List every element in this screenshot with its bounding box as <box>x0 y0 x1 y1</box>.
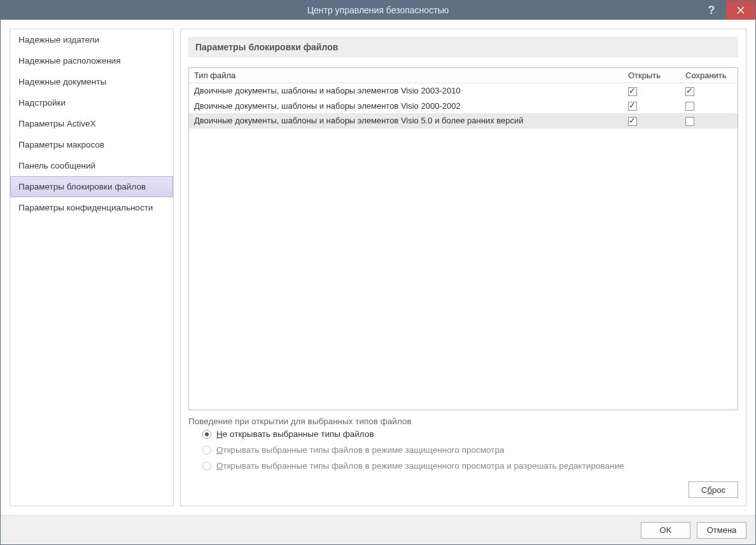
file-type-cell: Двоичные документы, шаблоны и наборы эле… <box>189 99 623 114</box>
dialog-footer: OK Отмена <box>1 515 755 544</box>
table-row[interactable]: Двоичные документы, шаблоны и наборы эле… <box>189 99 738 114</box>
help-button[interactable]: ? <box>697 1 726 20</box>
open-checkbox[interactable] <box>628 117 637 126</box>
panel-heading: Параметры блокировки файлов <box>188 37 738 57</box>
sidebar-item[interactable]: Параметры конфиденциальности <box>10 197 173 218</box>
col-file-type[interactable]: Тип файла <box>189 68 623 83</box>
file-type-cell: Двоичные документы, шаблоны и наборы эле… <box>189 83 623 99</box>
cancel-button[interactable]: Отмена <box>697 522 746 539</box>
table-row[interactable]: Двоичные документы, шаблоны и наборы эле… <box>189 83 738 99</box>
trust-center-dialog: Центр управления безопасностью ? Надежны… <box>0 0 756 545</box>
category-sidebar: Надежные издателиНадежные расположенияНа… <box>10 29 174 506</box>
sidebar-item[interactable]: Панель сообщений <box>10 155 173 176</box>
sidebar-item[interactable]: Параметры блокировки файлов <box>10 176 173 197</box>
sidebar-item[interactable]: Параметры ActiveX <box>10 113 173 134</box>
file-type-cell: Двоичные документы, шаблоны и наборы эле… <box>189 113 623 128</box>
col-open[interactable]: Открыть <box>623 68 680 83</box>
open-checkbox[interactable] <box>628 87 637 96</box>
sidebar-item[interactable]: Параметры макросов <box>10 134 173 155</box>
titlebar: Центр управления безопасностью ? <box>1 1 755 20</box>
radio-icon <box>202 446 211 455</box>
radio-label: Открывать выбранные типы файлов в режиме… <box>216 461 624 471</box>
save-checkbox[interactable] <box>685 102 694 111</box>
open-behavior-option: Открывать выбранные типы файлов в режиме… <box>188 458 738 474</box>
open-behavior-option[interactable]: Не открывать выбранные типы файлов <box>188 426 738 442</box>
settings-panel: Параметры блокировки файлов Тип файла От… <box>180 29 746 506</box>
table-row[interactable]: Двоичные документы, шаблоны и наборы эле… <box>189 113 738 128</box>
open-behavior-option: Открывать выбранные типы файлов в режиме… <box>188 442 738 458</box>
sidebar-item[interactable]: Надстройки <box>10 92 173 113</box>
close-icon <box>737 6 745 14</box>
radio-icon[interactable] <box>202 430 211 439</box>
ok-button[interactable]: OK <box>641 522 690 539</box>
open-checkbox[interactable] <box>628 102 637 111</box>
dialog-body: Надежные издателиНадежные расположенияНа… <box>1 20 755 515</box>
save-checkbox[interactable] <box>685 87 694 96</box>
file-block-table: Тип файла Открыть Сохранить Двоичные док… <box>188 67 738 410</box>
behavior-label: Поведение при открытии для выбранных тип… <box>188 417 738 426</box>
radio-label: Не открывать выбранные типы файлов <box>216 429 374 439</box>
window-buttons: ? <box>697 1 755 20</box>
sidebar-item[interactable]: Надежные документы <box>10 71 173 92</box>
radio-label: Открывать выбранные типы файлов в режиме… <box>216 445 504 455</box>
radio-icon <box>202 462 211 471</box>
reset-button[interactable]: Сброс <box>689 481 738 498</box>
save-checkbox[interactable] <box>685 117 694 126</box>
col-save[interactable]: Сохранить <box>680 68 738 83</box>
window-title: Центр управления безопасностью <box>1 5 755 15</box>
sidebar-item[interactable]: Надежные издатели <box>10 29 173 50</box>
close-button[interactable] <box>726 1 755 20</box>
sidebar-item[interactable]: Надежные расположения <box>10 50 173 71</box>
